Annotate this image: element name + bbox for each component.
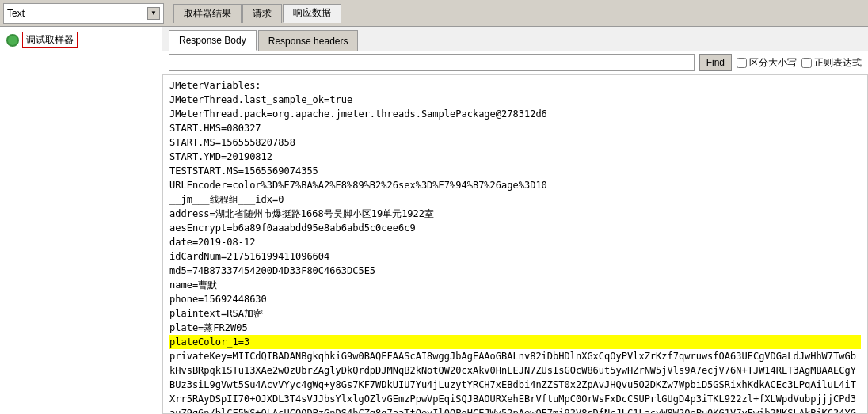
find-input[interactable] <box>169 54 695 71</box>
tab-response-data[interactable]: 响应数据 <box>283 4 341 23</box>
tab-sampler-result[interactable]: 取样器结果 <box>173 4 242 23</box>
response-body-content[interactable]: JMeterVariables:JMeterThread.last_sample… <box>162 74 868 414</box>
dropdown-arrow-icon[interactable]: ▼ <box>147 7 160 20</box>
find-button[interactable]: Find <box>699 54 732 71</box>
response-line: phone=15692448630 <box>169 292 861 306</box>
response-line: plateColor_1=3 <box>169 335 861 349</box>
response-line: START.YMD=20190812 <box>169 150 861 164</box>
tab-request[interactable]: 请求 <box>242 4 282 23</box>
top-bar: Text ▼ 取样器结果 请求 响应数据 <box>0 0 868 27</box>
regex-checkbox[interactable] <box>801 58 812 68</box>
tab-response-headers[interactable]: Response headers <box>258 30 359 51</box>
right-panel: Response Body Response headers Find 区分大小… <box>162 27 868 414</box>
response-line: URLEncoder=color%3D%E7%BA%A2%E8%89%B2%26… <box>169 178 861 192</box>
case-sensitive-group: 区分大小写 <box>737 56 797 70</box>
top-tabs: 取样器结果 请求 响应数据 <box>173 4 341 23</box>
main-content: 调试取样器 Response Body Response headers Fin… <box>0 27 868 414</box>
inner-tabs-bar: Response Body Response headers <box>162 27 868 51</box>
tab-response-body[interactable]: Response Body <box>169 30 257 51</box>
sampler-dropdown[interactable]: Text ▼ <box>3 3 164 24</box>
sampler-label[interactable]: 调试取样器 <box>22 32 78 48</box>
response-line: aesEncrypt=b6a89f0aaabdd95e8ab6abd5c0cee… <box>169 221 861 235</box>
sampler-dropdown-text: Text <box>7 8 147 19</box>
top-bar-left: Text ▼ <box>3 3 164 24</box>
response-line: JMeterVariables: <box>169 78 861 93</box>
response-line: address=湖北省随州市爆挺路1668号吴脚小区19单元1922室 <box>169 207 861 221</box>
response-line: START.MS=1565558207858 <box>169 135 861 150</box>
response-line: JMeterThread.pack=org.apache.jmeter.thre… <box>169 107 861 121</box>
response-line: plaintext=RSA加密 <box>169 306 861 321</box>
left-panel: 调试取样器 <box>0 27 162 414</box>
response-line: plate=蒸FR2W05 <box>169 321 861 335</box>
response-line: name=曹默 <box>169 278 861 292</box>
response-line: idCardNum=217516199411096604 <box>169 249 861 264</box>
case-sensitive-checkbox[interactable] <box>737 58 747 68</box>
regex-group: 正则表达式 <box>801 56 862 70</box>
case-sensitive-label: 区分大小写 <box>749 56 797 70</box>
response-line: JMeterThread.last_sample_ok=true <box>169 93 861 107</box>
response-line: date=2019-08-12 <box>169 235 861 249</box>
response-line: __jm___线程组___idx=0 <box>169 192 861 207</box>
find-bar: Find 区分大小写 正则表达式 <box>162 51 868 74</box>
sampler-status-icon <box>6 34 19 47</box>
response-line: TESTSTART.MS=1565569074355 <box>169 164 861 178</box>
response-line: privateKey=MIICdQIBADANBgkqhkiG9w0BAQEFA… <box>169 349 861 414</box>
sampler-item[interactable]: 调试取样器 <box>3 30 158 50</box>
response-line: md5=74B87337454200D4D33F80C4663DC5E5 <box>169 264 861 278</box>
response-line: START.HMS=080327 <box>169 121 861 135</box>
regex-label: 正则表达式 <box>814 56 862 70</box>
